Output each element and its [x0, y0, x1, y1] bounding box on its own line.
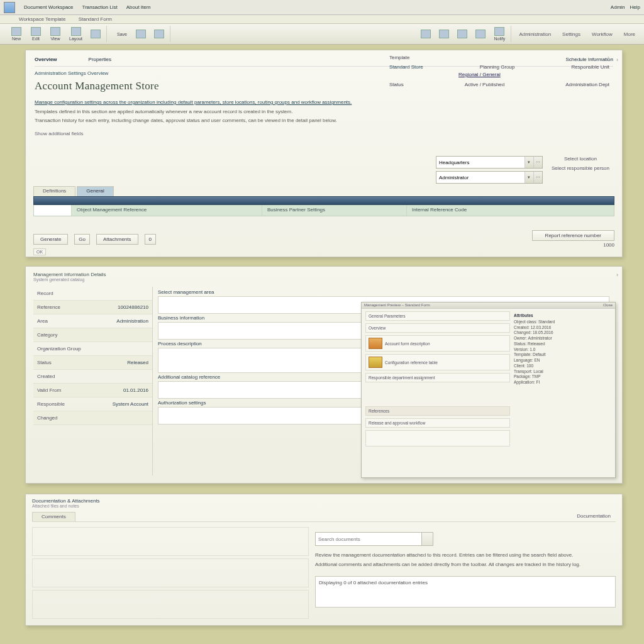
menu-transaction[interactable]: Transaction List — [82, 4, 118, 10]
ribbon-attach-button[interactable] — [151, 26, 167, 42]
docs-crumb: Documentation — [572, 512, 616, 521]
ribbon-export-button[interactable] — [454, 26, 470, 42]
summary-link-1[interactable]: Regional / General — [458, 72, 609, 77]
detail-panel: › Management Information Details System … — [25, 266, 623, 484]
menu-document[interactable]: Document Workspace — [24, 4, 74, 10]
location-caption: Select location — [564, 156, 597, 162]
ribbon-print-button[interactable] — [436, 26, 452, 42]
ribbon-form-button[interactable] — [418, 26, 434, 42]
body-line-3: Transaction history for each entry, incl… — [35, 117, 613, 125]
doc-slot[interactable] — [32, 590, 309, 619]
ribbon-save-button[interactable]: Save — [113, 26, 131, 42]
ribbon-new-button[interactable]: New — [8, 26, 25, 42]
ribbon-check-button[interactable] — [133, 26, 149, 42]
detail-title: Management Information Details — [33, 272, 614, 277]
summary-template-label: Template — [389, 55, 409, 60]
doc-slot[interactable] — [32, 527, 309, 556]
dropdown-icon[interactable]: ▾ — [525, 157, 533, 168]
grid-row[interactable]: Object Management Reference Business Par… — [33, 205, 614, 216]
preview-item[interactable]: Configuration reference table — [365, 354, 510, 370]
generate-go-button[interactable]: Go — [74, 234, 90, 245]
attachments-count-button[interactable]: 0 — [145, 234, 156, 245]
edit-icon — [31, 27, 41, 36]
docs-panel: Documentation & Attachments Attached fil… — [25, 494, 623, 626]
body-line-2: Templates defined in this section are ap… — [35, 108, 613, 116]
attachments-button[interactable]: Attachments — [96, 234, 138, 245]
ribbon-workflow-label[interactable]: Workflow — [588, 31, 616, 37]
report-ref-field[interactable]: Report reference number — [532, 230, 614, 241]
location-input[interactable] — [436, 157, 525, 168]
export-icon — [457, 30, 467, 38]
show-more-link[interactable]: Show additional fields — [35, 131, 613, 136]
menu-about[interactable]: About Item — [126, 4, 151, 10]
ribbon-edit-button[interactable]: Edit — [27, 26, 45, 42]
grid-cell-blank — [34, 205, 72, 216]
grid-tab-general[interactable]: General — [77, 186, 113, 196]
docs-title: Documentation & Attachments — [32, 498, 616, 504]
responsible-caption: Select responsible person — [552, 165, 609, 171]
panel-collapse-icon[interactable]: › — [616, 272, 618, 278]
ribbon-settings-label[interactable]: Settings — [558, 31, 584, 37]
generate-button[interactable]: Generate — [33, 234, 68, 245]
list-item[interactable]: Record — [33, 287, 152, 301]
preview-row[interactable]: Release and approval workflow — [365, 418, 510, 428]
chevron-right-icon[interactable]: › — [608, 55, 609, 60]
preview-row[interactable]: Responsible department assignment — [365, 373, 510, 382]
list-item[interactable]: StatusReleased — [33, 356, 152, 370]
list-item[interactable]: AreaAdministration — [33, 314, 152, 328]
preview-item[interactable]: Account form description — [365, 335, 510, 352]
meta-row: Workspace Template Standard Form — [0, 15, 644, 24]
preview-heading: General Parameters — [365, 311, 510, 321]
form-icon — [421, 30, 431, 38]
docs-left — [32, 527, 309, 621]
link-icon — [91, 30, 101, 38]
lookup-icon[interactable]: ⋯ — [533, 157, 542, 168]
list-item[interactable]: Organization Group — [33, 342, 152, 356]
ribbon-layout-button[interactable]: Layout — [66, 26, 86, 42]
list-item[interactable]: Valid From01.01.2016 — [33, 384, 152, 397]
menu-help[interactable]: Help — [630, 4, 640, 10]
list-item[interactable]: ResponsibleSystem Account — [33, 397, 152, 411]
preview-sub: Overview — [365, 323, 510, 333]
view-icon — [50, 27, 60, 36]
ribbon-more-label[interactable]: More — [620, 31, 639, 37]
ribbon-view-button[interactable]: View — [47, 26, 64, 42]
section-tab-properties[interactable]: Properties — [89, 57, 111, 62]
list-item[interactable]: Reference10024886210 — [33, 301, 152, 314]
docs-text-2: Additional comments and attachments can … — [315, 562, 616, 567]
section-tab-overview[interactable]: Overview — [35, 57, 57, 62]
thumbnail-icon — [369, 338, 382, 349]
body-line-1: Manage configuration settings across the… — [35, 99, 613, 106]
grid-header-bar — [33, 196, 614, 205]
summary-column: Template› Standard StorePlanning GroupRe… — [389, 53, 609, 89]
list-item[interactable]: Category — [33, 328, 152, 342]
docs-search — [315, 532, 616, 546]
docs-tab-comments[interactable]: Comments — [32, 512, 75, 521]
ribbon-admin-label[interactable]: Administration — [515, 31, 555, 37]
scroll-right-icon[interactable]: › — [616, 57, 618, 63]
list-item[interactable]: Created — [33, 370, 152, 384]
ribbon-notify-button[interactable]: Notify — [491, 26, 508, 42]
list-item[interactable]: Changed — [33, 411, 152, 425]
layout-icon — [71, 27, 81, 36]
preview-titlebar[interactable]: Management Preview – Standard Form Close — [362, 303, 615, 309]
search-icon[interactable] — [422, 532, 433, 546]
location-field[interactable]: ▾ ⋯ — [436, 156, 543, 169]
grid-cell-object: Object Management Reference — [72, 205, 262, 216]
doc-slot[interactable] — [32, 558, 309, 587]
grid-tab-definitions[interactable]: Definitions — [33, 186, 75, 196]
preview-row[interactable] — [365, 430, 510, 447]
menu-admin[interactable]: Admin — [611, 4, 625, 10]
ribbon-link-button[interactable] — [87, 26, 104, 42]
docs-right: Review the management documentation atta… — [315, 527, 616, 621]
docs-search-input[interactable] — [315, 532, 422, 546]
grid-cell-partner: Business Partner Settings — [262, 205, 406, 216]
ribbon-send-button[interactable] — [472, 26, 489, 42]
close-icon[interactable]: Close — [603, 303, 613, 308]
grid-tabs: Definitions General — [33, 186, 614, 196]
detail-left-list: Record Reference10024886210 AreaAdminist… — [33, 287, 153, 475]
send-icon — [475, 30, 486, 38]
new-icon — [11, 27, 21, 36]
docs-result-box: Displaying 0 of 0 attached documentation… — [315, 576, 616, 608]
menubar: Document Workspace Transaction List Abou… — [0, 0, 644, 15]
